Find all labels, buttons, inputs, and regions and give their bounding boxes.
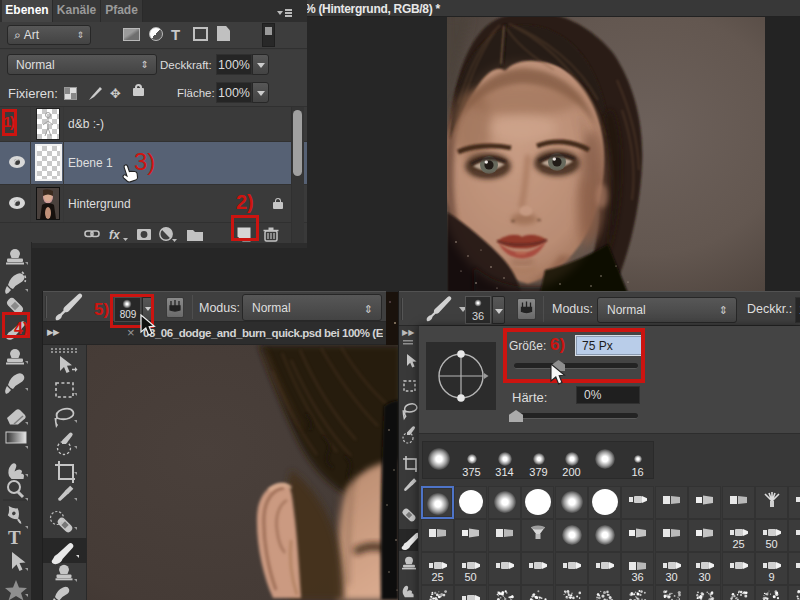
svg-text:T: T <box>8 527 21 548</box>
svg-text:▶▶: ▶▶ <box>402 328 415 337</box>
svg-text:fx: fx <box>109 228 121 242</box>
